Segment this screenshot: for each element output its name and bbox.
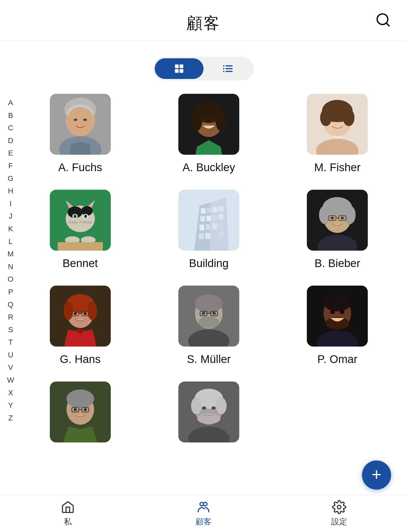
nav-item-home[interactable]: 私 [41, 500, 94, 527]
svg-point-98 [74, 312, 77, 315]
alpha-U[interactable]: U [8, 349, 13, 361]
customer-item-fuchs[interactable]: A. Fuchs [26, 94, 134, 174]
alpha-F[interactable]: F [8, 159, 13, 172]
svg-point-87 [331, 217, 334, 219]
alpha-G[interactable]: G [8, 172, 14, 185]
alpha-N[interactable]: N [8, 260, 13, 273]
main-content: A B C D E F G H I J K L M N O P Q R S T … [0, 94, 407, 481]
toggle-container [153, 57, 254, 81]
alpha-L[interactable]: L [8, 235, 13, 248]
svg-point-30 [320, 109, 332, 126]
customer-name-bennet: Bennet [63, 257, 98, 270]
svg-point-9 [223, 65, 224, 66]
list-view-button[interactable] [204, 58, 252, 79]
svg-rect-59 [58, 242, 103, 251]
svg-point-50 [74, 215, 76, 218]
alpha-I[interactable]: I [10, 197, 12, 210]
alpha-B[interactable]: B [8, 109, 13, 122]
svg-point-94 [87, 302, 97, 320]
alpha-T[interactable]: T [8, 336, 13, 349]
svg-point-93 [64, 302, 73, 320]
alpha-R[interactable]: R [8, 311, 13, 323]
page-title: 顧客 [187, 13, 220, 34]
alpha-Y[interactable]: Y [8, 399, 13, 412]
customer-item-omar[interactable]: P. Omar [284, 286, 391, 366]
customer-item-building[interactable]: Building [155, 190, 262, 270]
svg-rect-70 [219, 214, 223, 219]
svg-point-136 [204, 502, 207, 506]
svg-point-88 [341, 217, 344, 219]
nav-label-home: 私 [64, 516, 72, 527]
svg-point-51 [85, 215, 86, 218]
svg-rect-76 [205, 233, 210, 239]
svg-point-137 [337, 505, 341, 509]
svg-point-119 [67, 389, 94, 408]
avatar-row4-2 [178, 382, 239, 442]
customer-name-fuchs: A. Fuchs [58, 161, 102, 174]
alpha-X[interactable]: X [8, 387, 13, 399]
alpha-V[interactable]: V [8, 361, 13, 374]
svg-rect-5 [180, 69, 183, 73]
alpha-D[interactable]: D [8, 134, 13, 147]
svg-line-1 [386, 23, 389, 26]
alpha-E[interactable]: E [8, 147, 13, 159]
svg-rect-75 [199, 233, 204, 239]
svg-rect-63 [201, 208, 206, 214]
avatar-muller [178, 286, 239, 347]
alpha-O[interactable]: O [8, 273, 14, 286]
svg-point-23 [192, 110, 202, 131]
alpha-W[interactable]: W [7, 374, 14, 387]
customer-item-bennet[interactable]: Bennet [26, 190, 134, 270]
svg-point-17 [74, 118, 77, 121]
svg-point-115 [340, 310, 344, 314]
svg-point-82 [319, 206, 331, 224]
svg-rect-71 [200, 225, 204, 230]
svg-point-32 [331, 119, 335, 122]
customer-item-row4-1[interactable] [26, 382, 134, 449]
svg-rect-78 [219, 231, 224, 237]
svg-point-107 [202, 312, 205, 315]
customer-name-bieber: B. Bieber [315, 257, 360, 270]
alpha-K[interactable]: K [8, 223, 13, 235]
alpha-A[interactable]: A [8, 96, 13, 109]
svg-rect-74 [219, 223, 224, 228]
svg-point-131 [202, 406, 206, 410]
svg-point-124 [84, 408, 87, 411]
alpha-Q[interactable]: Q [8, 298, 14, 311]
header: 顧客 [0, 0, 407, 41]
customer-name-omar: P. Omar [317, 353, 357, 366]
customer-item-hans[interactable]: G. Hans [26, 286, 134, 366]
nav-item-settings[interactable]: 設定 [313, 500, 366, 527]
alpha-M[interactable]: M [7, 248, 14, 260]
svg-rect-66 [219, 206, 223, 211]
alpha-P[interactable]: P [8, 286, 13, 298]
alpha-H[interactable]: H [8, 185, 13, 197]
customer-item-row4-2[interactable] [155, 382, 262, 449]
alpha-C[interactable]: C [8, 122, 13, 134]
alpha-S[interactable]: S [8, 323, 13, 336]
svg-line-54 [68, 223, 78, 223]
alpha-J[interactable]: J [9, 210, 12, 223]
alpha-Z[interactable]: Z [8, 412, 13, 424]
customer-item-fisher[interactable]: M. Fisher [284, 94, 391, 174]
svg-rect-68 [206, 216, 211, 221]
grid-view-button[interactable] [155, 58, 204, 79]
customer-item-muller[interactable]: S. Müller [155, 286, 262, 366]
search-button[interactable] [375, 12, 391, 29]
avatar-building [178, 190, 239, 251]
svg-rect-69 [213, 215, 217, 220]
svg-point-123 [74, 408, 77, 411]
add-customer-button[interactable]: + [362, 460, 391, 490]
customer-name-building: Building [189, 257, 228, 270]
svg-point-83 [344, 206, 356, 224]
nav-label-settings: 設定 [331, 516, 347, 527]
svg-point-24 [215, 110, 226, 131]
svg-point-10 [223, 68, 224, 69]
customer-item-buckley[interactable]: A. Buckley [155, 94, 262, 174]
svg-line-56 [83, 223, 92, 223]
nav-label-customers: 顧客 [196, 516, 211, 527]
nav-item-customers[interactable]: 顧客 [177, 500, 230, 527]
avatar-omar [307, 286, 368, 347]
customer-item-bieber[interactable]: B. Bieber [284, 190, 391, 270]
customer-name-hans: G. Hans [60, 353, 101, 366]
